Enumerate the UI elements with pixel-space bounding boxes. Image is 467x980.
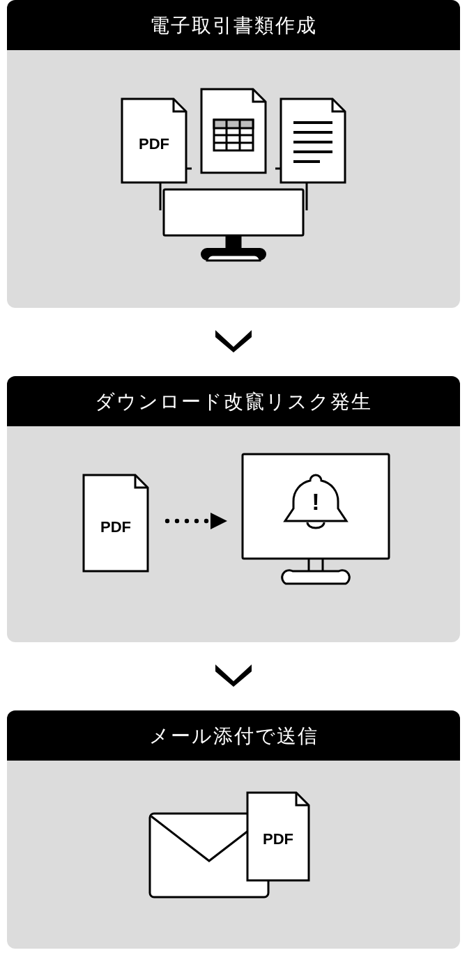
pdf-label: PDF <box>263 830 293 848</box>
svg-point-18 <box>185 519 189 523</box>
pdf-label: PDF <box>139 135 169 153</box>
flow-arrow-2 <box>0 642 467 710</box>
chevron-down-icon <box>213 662 254 687</box>
svg-point-19 <box>194 519 199 523</box>
pdf-label: PDF <box>100 518 131 536</box>
create-documents-icon: PDF <box>108 71 359 280</box>
step-3-panel: メール添付で送信 PDF <box>7 710 460 949</box>
step-3-title: メール添付で送信 <box>7 710 460 761</box>
dotted-arrow-icon <box>165 513 227 529</box>
step-1-panel: 電子取引書類作成 PDF <box>7 0 460 308</box>
exclamation-icon: ! <box>312 488 319 515</box>
svg-point-20 <box>204 519 208 523</box>
chevron-down-icon <box>213 327 254 352</box>
step-2-illustration: PDF <box>7 426 460 642</box>
step-2-panel: ダウンロード改竄リスク発生 PDF <box>7 376 460 642</box>
svg-rect-0 <box>164 189 303 235</box>
svg-rect-6 <box>214 120 253 128</box>
flow-arrow-1 <box>0 308 467 376</box>
step-1-title: 電子取引書類作成 <box>7 0 460 50</box>
svg-point-16 <box>165 519 169 523</box>
svg-point-17 <box>175 519 179 523</box>
step-2-title: ダウンロード改竄リスク発生 <box>7 376 460 426</box>
step-1-illustration: PDF <box>7 50 460 308</box>
mail-attach-icon: PDF <box>143 788 324 914</box>
step-3-illustration: PDF <box>7 761 460 949</box>
tamper-risk-icon: PDF <box>70 447 397 614</box>
